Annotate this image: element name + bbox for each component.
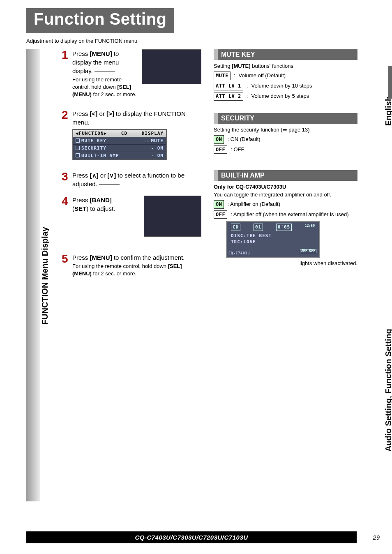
- ft-r1-l: MUTE KEY: [81, 138, 106, 143]
- section-security-body: Setting the security function (➡ page 13…: [214, 126, 357, 154]
- t: For using the remote control, hold down: [72, 263, 168, 269]
- step-5-text: Press [MENU] to confirm the adjustment.: [72, 253, 201, 262]
- lcd-trc: TRC:LOVE: [231, 239, 315, 245]
- right-column: MUTE KEY Setting [MUTE] buttons' functio…: [214, 49, 357, 277]
- lcd-cd: CD: [231, 224, 240, 231]
- t: or: [97, 110, 106, 117]
- security-on: ON : ON (Default): [214, 135, 357, 144]
- footer-page: 29: [363, 534, 380, 541]
- att-lv2-icon: ATT LV 2: [214, 92, 243, 101]
- amp-intro: You can toggle the integrated amplifier …: [214, 191, 357, 199]
- t: [BAND]: [90, 196, 112, 203]
- section-amp-header: BUILT-IN AMP: [214, 170, 357, 181]
- step-1-sub: For using the remote control, hold down …: [72, 76, 138, 99]
- step-1-image: [142, 49, 201, 84]
- mute-option-1: MUTE : Volume off (Default): [214, 72, 357, 80]
- t: : OFF: [231, 146, 244, 153]
- t: [∧]: [90, 172, 99, 179]
- step-4-image: [144, 196, 201, 237]
- ft-r3-r: - ON: [151, 153, 164, 158]
- step-5: 5 Press [MENU] to confirm the adjustment…: [62, 253, 201, 277]
- amp-caption: lights when disactivated.: [214, 260, 357, 267]
- lcd-product: CQ-C7403U: [228, 251, 250, 256]
- t: to confirm the adjustment.: [112, 254, 185, 261]
- t: [>]: [106, 110, 114, 117]
- step-3: 3 Press [∧] or [∨] to select a function …: [62, 171, 201, 188]
- t: Press: [72, 254, 90, 261]
- amp-only: Only for CQ-C7403U/C7303U: [214, 184, 286, 190]
- lcd-disc: DISC:THE BEST: [231, 233, 315, 239]
- t: Volume down by 10 steps: [251, 82, 312, 90]
- amp-off: OFF : Amplifier off (when the external a…: [214, 210, 357, 219]
- english-tab-marker: [388, 66, 392, 99]
- vertical-label-section: Audio Setting, Function Setting: [384, 329, 392, 452]
- section-security-header: SECURITY: [214, 113, 357, 124]
- step-2-text: Press [<] or [>] to display the FUNCTION…: [72, 109, 201, 127]
- step-4-text: Press [BAND] (SET) to adjust.: [72, 196, 134, 213]
- step-3-text: Press [∧] or [∨] to select a function to…: [72, 171, 201, 188]
- t: buttons' functions: [251, 63, 293, 69]
- callout-line: [99, 184, 120, 185]
- t: For using the remote control, hold down: [72, 76, 122, 90]
- security-off: OFF : OFF: [214, 145, 357, 154]
- step-1-number: 1: [62, 48, 68, 62]
- section-mute-header: MUTE KEY: [214, 49, 357, 60]
- footer-model: CQ-C7403U/C7303U/C7203U/C7103U: [26, 531, 357, 543]
- lcd-clock: 12:59: [305, 224, 315, 231]
- t: [MENU]: [90, 50, 112, 57]
- t: Press: [72, 196, 90, 203]
- vertical-label-english: English: [384, 96, 392, 126]
- t: [MENU]: [90, 254, 112, 261]
- section-mute-body: Setting [MUTE] buttons' functions MUTE :…: [214, 62, 357, 101]
- mute-intro: Setting [MUTE] buttons' functions: [214, 62, 357, 70]
- function-menu-table: ◀FUNCTION▶ CD DISPLAY MUTE KEY ☐ MUTE SE…: [72, 129, 167, 160]
- section-amp-body: Only for CQ-C7403U/C7303U You can toggle…: [214, 183, 357, 267]
- security-intro: Setting the security function (➡ page 13…: [214, 126, 357, 134]
- lcd-track: 01: [254, 224, 263, 231]
- step-5-sub: For using the remote control, hold down …: [72, 263, 201, 277]
- amp-on: ON : Amplifier on (Default): [214, 200, 357, 209]
- step-2-number: 2: [62, 108, 68, 122]
- step-2: 2 Press [<] or [>] to display the FUNCTI…: [62, 109, 201, 160]
- page-title: Function Setting: [26, 8, 174, 33]
- t: [<]: [90, 110, 98, 117]
- mute-option-2: ATT LV 1 : Volume down by 10 steps: [214, 82, 357, 90]
- vertical-label-left: FUNCTION Menu Display: [40, 227, 50, 325]
- step-4-number: 4: [62, 195, 68, 208]
- step-1: 1 Press [MENU] to display the menu displ…: [62, 49, 201, 99]
- footer: CQ-C7403U/C7303U/C7203U/C7103U 29: [26, 531, 380, 543]
- t: for 2 sec. or more.: [92, 270, 136, 277]
- t: [∨]: [107, 172, 116, 179]
- t: : Amplifier on (Default): [227, 201, 280, 208]
- t: Press: [72, 50, 90, 57]
- lcd-amp-off-icon: AMP OFF: [300, 249, 316, 254]
- step-5-number: 5: [62, 252, 68, 265]
- att-lv1-icon: ATT LV 1: [214, 82, 243, 90]
- ft-hdr-l: ◀FUNCTION▶: [76, 131, 107, 136]
- page-subtitle: Adjustment to display on the FUNCTION me…: [26, 38, 137, 44]
- step-4: 4 Press [BAND] (SET) to adjust.: [62, 196, 201, 237]
- lcd-time: 0'05: [276, 224, 292, 231]
- mute-option-3: ATT LV 2 : Volume down by 5 steps: [214, 92, 357, 101]
- t: Press: [72, 172, 90, 179]
- ft-hdr-r: DISPLAY: [142, 131, 164, 136]
- t: [MUTE]: [232, 63, 251, 69]
- on-icon: ON: [214, 200, 224, 209]
- t: for 2 sec. or more.: [92, 91, 136, 97]
- ft-r2-l: SECURITY: [81, 145, 106, 151]
- t: SET: [74, 205, 86, 212]
- ft-hdr-m: CD: [121, 131, 127, 136]
- callout-line: [95, 72, 115, 72]
- t: Setting: [214, 63, 232, 69]
- off-icon: OFF: [214, 145, 227, 154]
- t: ) to adjust.: [86, 205, 115, 212]
- ft-r3-l: BUILT-IN AMP: [81, 153, 119, 158]
- mute-icon: MUTE: [214, 72, 231, 80]
- left-column: 1 Press [MENU] to display the menu displ…: [62, 49, 201, 285]
- ft-r1-r: ☐ MUTE: [145, 138, 164, 143]
- lcd-display: CD 01 0'05 12:59 DISC:THE BEST TRC:LOVE …: [226, 221, 320, 258]
- t: : Amplifier off (when the external ampli…: [231, 211, 348, 218]
- on-icon: ON: [214, 135, 224, 144]
- step-3-number: 3: [62, 170, 68, 183]
- t: Volume off (Default): [239, 72, 286, 79]
